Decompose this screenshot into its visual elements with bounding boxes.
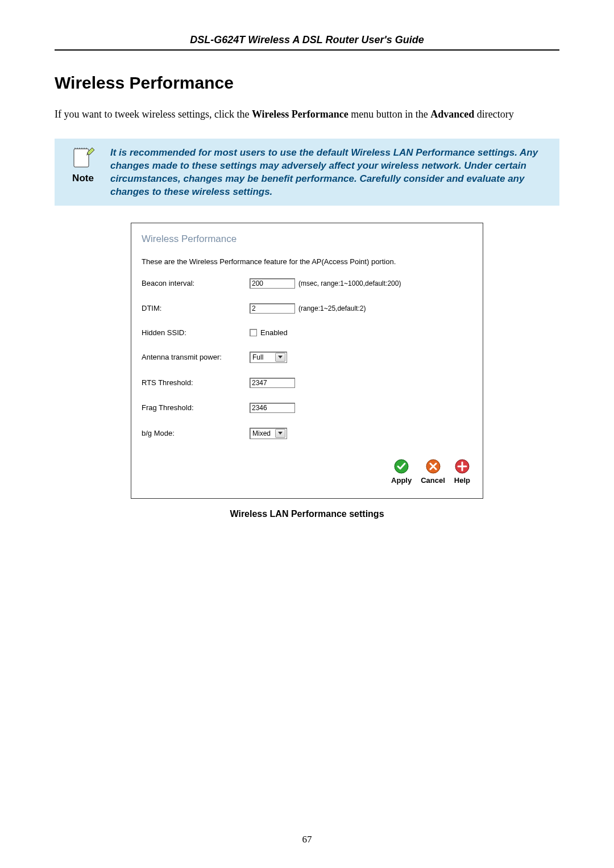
wireless-performance-panel: Wireless Performance These are the Wirel…	[131, 223, 483, 499]
intro-text-post: directory	[477, 108, 514, 120]
label-antenna-power: Antenna transmit power:	[142, 353, 250, 361]
select-bg-mode[interactable]: Mixed	[250, 428, 287, 439]
section-title: Wireless Performance	[55, 73, 559, 93]
input-rts-threshold[interactable]	[250, 378, 295, 388]
label-beacon-interval: Beacon interval:	[142, 279, 250, 287]
row-beacon-interval: Beacon interval: (msec, range:1~1000,def…	[142, 278, 472, 289]
panel-description: These are the Wireless Performance featu…	[142, 257, 472, 266]
label-frag-threshold: Frag Threshold:	[142, 403, 250, 412]
panel-button-row: Apply Cancel Help	[142, 458, 472, 485]
checkbox-hidden-ssid[interactable]: Enabled	[250, 328, 288, 337]
row-bg-mode: b/g Mode: Mixed	[142, 428, 472, 439]
intro-text-pre: If you want to tweek wireless settings, …	[55, 108, 252, 120]
input-dtim[interactable]	[250, 303, 295, 314]
chevron-down-icon	[275, 353, 285, 362]
chevron-down-icon	[275, 429, 285, 438]
row-dtim: DTIM: (range:1~25,default:2)	[142, 303, 472, 314]
checkbox-label-hidden-ssid: Enabled	[260, 328, 288, 337]
label-rts-threshold: RTS Threshold:	[142, 378, 250, 387]
row-rts-threshold: RTS Threshold:	[142, 378, 472, 388]
label-dtim: DTIM:	[142, 304, 250, 312]
running-header: DSL-G624T Wireless A DSL Router User's G…	[55, 34, 559, 51]
apply-icon	[393, 458, 409, 474]
figure-caption: Wireless LAN Performance settings	[55, 509, 559, 519]
hint-dtim: (range:1~25,default:2)	[298, 304, 366, 312]
document-page: DSL-G624T Wireless A DSL Router User's G…	[0, 0, 614, 868]
svg-rect-0	[74, 149, 89, 167]
intro-text-mid: menu button in the	[351, 108, 430, 120]
intro-text-bold-1: Wireless Performance	[252, 108, 349, 120]
intro-text-bold-2: Advanced	[430, 108, 474, 120]
panel-title: Wireless Performance	[142, 233, 472, 245]
select-antenna-power[interactable]: Full	[250, 352, 287, 363]
apply-label: Apply	[391, 476, 412, 485]
help-button[interactable]: Help	[454, 458, 470, 485]
row-antenna-power: Antenna transmit power: Full	[142, 352, 472, 363]
help-label: Help	[454, 476, 470, 485]
notepad-pencil-icon	[70, 147, 96, 172]
note-icon-column: Note	[56, 144, 110, 184]
row-frag-threshold: Frag Threshold:	[142, 403, 472, 413]
label-bg-mode: b/g Mode:	[142, 429, 250, 437]
checkbox-box-icon	[250, 329, 257, 336]
page-number: 67	[0, 834, 614, 845]
apply-button[interactable]: Apply	[391, 458, 412, 485]
select-value-antenna: Full	[252, 353, 274, 361]
cancel-button[interactable]: Cancel	[421, 458, 445, 485]
cancel-label: Cancel	[421, 476, 445, 485]
help-icon	[454, 458, 470, 474]
input-beacon-interval[interactable]	[250, 278, 295, 289]
label-hidden-ssid: Hidden SSID:	[142, 328, 250, 337]
input-frag-threshold[interactable]	[250, 403, 295, 413]
note-label: Note	[56, 173, 110, 184]
row-hidden-ssid: Hidden SSID: Enabled	[142, 328, 472, 337]
select-value-bg-mode: Mixed	[252, 429, 274, 437]
note-text: It is recommended for most users to use …	[110, 144, 551, 199]
note-box: Note It is recommended for most users to…	[55, 139, 559, 206]
settings-panel-wrap: Wireless Performance These are the Wirel…	[55, 223, 559, 499]
cancel-icon	[425, 458, 441, 474]
intro-paragraph: If you want to tweek wireless settings, …	[55, 108, 559, 120]
hint-beacon-interval: (msec, range:1~1000,default:200)	[298, 279, 401, 287]
